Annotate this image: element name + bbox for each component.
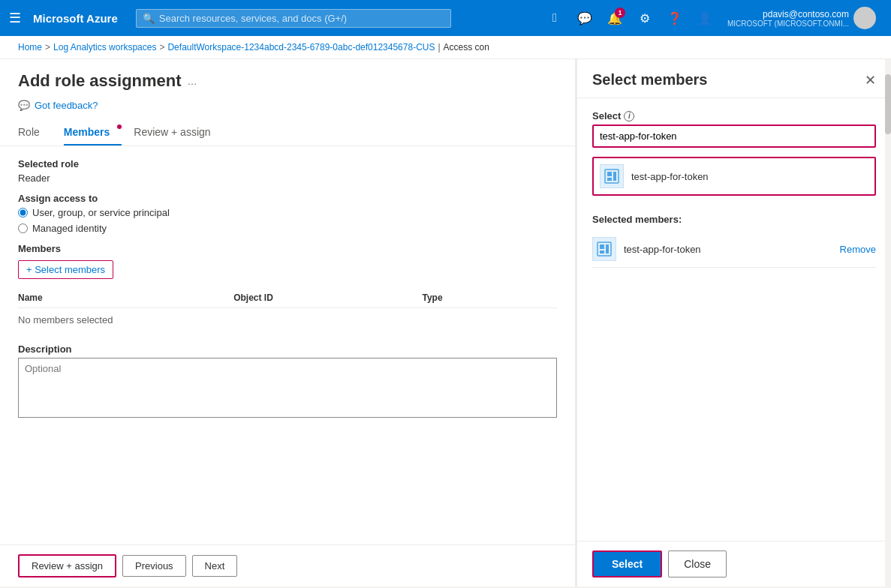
form-body: Selected role Reader Assign access to Us… (0, 146, 575, 544)
members-dot (117, 124, 122, 129)
col-header-id: Object ID (233, 288, 422, 308)
feedback-icon[interactable]: 💬 (571, 4, 598, 32)
select-confirm-button[interactable]: Select (592, 550, 662, 578)
assign-access-label: Assign access to (18, 193, 557, 204)
search-icon: 🔍 (143, 13, 155, 24)
svg-rect-3 (613, 172, 616, 181)
radio-managed-identity[interactable]: Managed identity (18, 223, 557, 234)
remove-member-button[interactable]: Remove (840, 244, 876, 255)
user-avatar (853, 7, 876, 29)
svg-rect-1 (607, 172, 612, 176)
tab-review-assign[interactable]: Review + assign (134, 120, 222, 146)
search-input[interactable] (159, 13, 444, 24)
notifications-icon[interactable]: 🔔 1 (601, 4, 628, 32)
review-assign-button[interactable]: Review + assign (18, 554, 116, 578)
user-tenant: MICROSOFT (MICROSOFT.ONMI... (727, 20, 849, 28)
global-search-box[interactable]: 🔍 (136, 9, 451, 28)
next-button[interactable]: Next (192, 555, 238, 577)
page-header: Add role assignment … (0, 59, 575, 97)
breadcrumb-sep3: | (438, 42, 440, 52)
col-header-type: Type (422, 288, 557, 308)
right-panel-title: Select members (592, 71, 707, 88)
members-section: + Select members Name Object ID Type No … (18, 260, 557, 332)
scrollbar-track (885, 59, 891, 586)
right-panel-header: Select members ✕ (577, 59, 891, 98)
bottom-bar: Review + assign Previous Next (0, 544, 575, 586)
settings-icon[interactable]: ⚙ (631, 4, 658, 32)
breadcrumb-workspace-name[interactable]: DefaultWorkspace-1234abcd-2345-6789-0abc… (167, 42, 435, 52)
svg-rect-2 (607, 178, 612, 181)
feedback-icon-small: 💬 (18, 100, 30, 111)
selected-members-section: Selected members: test-app-for-token Rem… (592, 214, 876, 268)
breadcrumb-sep2: > (159, 42, 164, 52)
cloud-shell-icon[interactable]:  (541, 4, 568, 32)
breadcrumb-workspaces[interactable]: Log Analytics workspaces (53, 42, 156, 52)
nav-icons:  💬 🔔 1 ⚙ ❓ 👤 pdavis@contoso.com MICROSO… (541, 4, 882, 32)
scrollbar-thumb[interactable] (885, 74, 891, 134)
members-label: Members (18, 243, 557, 254)
feedback-bar: 💬 Got feedback? (0, 97, 575, 120)
user-profile[interactable]: pdavis@contoso.com MICROSOFT (MICROSOFT.… (721, 4, 882, 32)
top-navigation: ☰ Microsoft Azure 🔍  💬 🔔 1 ⚙ ❓ 👤 pdavis… (0, 0, 891, 36)
list-item: test-app-for-token Remove (592, 231, 876, 268)
svg-rect-7 (606, 244, 609, 254)
right-panel: Select members ✕ Select i test-app-for (576, 59, 891, 586)
no-members-text: No members selected (18, 308, 557, 332)
member-search-input[interactable] (592, 124, 876, 148)
svg-rect-5 (600, 244, 604, 249)
search-result-item[interactable]: test-app-for-token (592, 157, 876, 196)
svg-rect-6 (600, 250, 604, 254)
description-textarea[interactable] (18, 358, 557, 418)
previous-button[interactable]: Previous (122, 555, 186, 577)
breadcrumb-sep1: > (45, 42, 50, 52)
hamburger-menu[interactable]: ☰ (9, 10, 21, 26)
selected-role-label: Selected role (18, 158, 557, 170)
left-panel: Add role assignment … 💬 Got feedback? Ro… (0, 59, 576, 586)
search-result-name: test-app-for-token (631, 171, 709, 182)
breadcrumb-home[interactable]: Home (18, 42, 42, 52)
close-panel-button[interactable]: ✕ (865, 72, 876, 88)
tab-members[interactable]: Members (64, 120, 122, 146)
ellipsis-menu[interactable]: … (188, 76, 197, 87)
col-header-name: Name (18, 288, 233, 308)
description-section: Description (18, 344, 557, 420)
select-field-label: Select i (592, 110, 876, 122)
selected-role-value: Reader (18, 172, 557, 184)
selected-members-label: Selected members: (592, 214, 876, 225)
assign-access-radio-group: User, group, or service principal Manage… (18, 207, 557, 234)
app-icon (600, 164, 624, 188)
right-panel-body: Select i test-app-for-token Selected mem… (577, 98, 891, 541)
members-table: Name Object ID Type No members selected (18, 288, 557, 332)
help-icon[interactable]: ❓ (661, 4, 688, 32)
tab-role[interactable]: Role (18, 120, 52, 146)
main-layout: Add role assignment … 💬 Got feedback? Ro… (0, 59, 891, 586)
select-members-button[interactable]: + Select members (18, 260, 113, 279)
info-icon: i (624, 111, 634, 122)
table-row: No members selected (18, 308, 557, 332)
brand-logo: Microsoft Azure (33, 12, 118, 25)
selected-member-name: test-app-for-token (624, 244, 832, 255)
page-title: Add role assignment (18, 71, 182, 91)
radio-user-group[interactable]: User, group, or service principal (18, 207, 557, 218)
breadcrumb: Home > Log Analytics workspaces > Defaul… (0, 36, 891, 59)
description-label: Description (18, 344, 557, 355)
close-button[interactable]: Close (668, 550, 727, 578)
selected-member-icon (592, 237, 616, 261)
right-panel-footer: Select Close (577, 541, 891, 586)
breadcrumb-current: Access con (444, 42, 489, 52)
user-email: pdavis@contoso.com (727, 9, 849, 20)
directory-icon[interactable]: 👤 (691, 4, 718, 32)
tabs: Role Members Review + assign (0, 120, 575, 146)
feedback-link[interactable]: Got feedback? (35, 100, 98, 111)
